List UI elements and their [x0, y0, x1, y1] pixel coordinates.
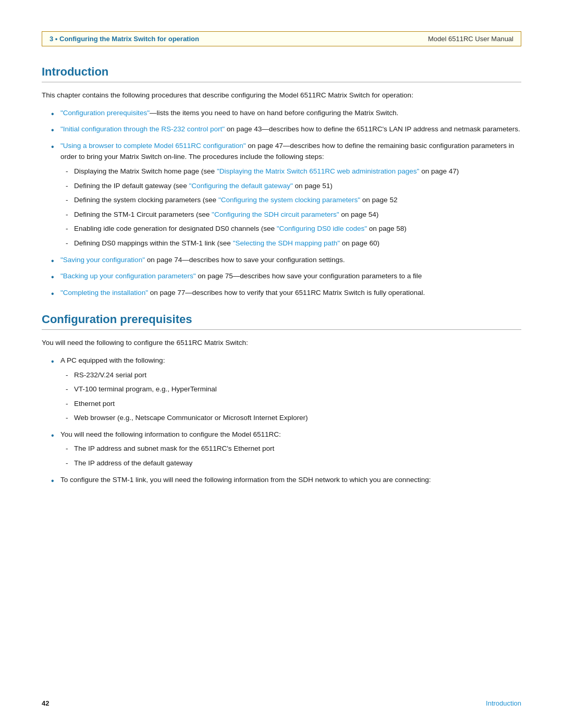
link[interactable]: "Initial configuration through the RS-23… [60, 125, 225, 133]
intro-opening: This chapter contains the following proc… [42, 90, 521, 101]
link[interactable]: "Configuring DS0 idle codes" [277, 225, 367, 232]
footer: 42 Introduction [42, 699, 521, 707]
static-text: on page 43—describes how to define the 6… [225, 125, 520, 133]
sub-list-item: Web browser (e.g., Netscape Communicator… [66, 412, 521, 424]
list-item: "Completing the installation" on page 77… [51, 287, 521, 299]
link[interactable]: "Backing up your configuration parameter… [60, 272, 195, 280]
static-text: Web browser (e.g., Netscape Communicator… [74, 414, 308, 422]
sub-list-item: The IP address and subnet mask for the 6… [66, 443, 521, 454]
list-item: "Initial configuration through the RS-23… [51, 124, 521, 135]
sub-list-item: Defining the STM-1 Circuit parameters (s… [66, 209, 521, 220]
sub-list: RS-232/V.24 serial port VT-100 terminal … [66, 369, 521, 424]
link[interactable]: "Saving your configuration" [60, 256, 145, 264]
static-text: —lists the items you need to have on han… [150, 109, 398, 117]
link[interactable]: "Configuring the system clocking paramet… [218, 196, 360, 204]
config-prereq-section: Configuration prerequisites You will nee… [42, 313, 521, 485]
static-text: on page 74—describes how to save your co… [145, 256, 345, 264]
list-item: A PC equipped with the following: RS-232… [51, 355, 521, 424]
static-text: Defining the STM-1 Circuit parameters (s… [74, 211, 212, 218]
header-manual: Model 6511RC User Manual [428, 35, 513, 43]
list-item: "Saving your configuration" on page 74—d… [51, 254, 521, 266]
sub-list-item: Defining the IP default gateway (see "Co… [66, 180, 521, 192]
static-text: on page 75—describes how save your confi… [195, 272, 422, 280]
sub-list: Displaying the Matrix Switch home page (… [66, 166, 521, 249]
intro-title: Introduction [42, 65, 521, 79]
static-text: Defining the IP default gateway (see [74, 182, 189, 190]
header-chapter: 3 • Configuring the Matrix Switch for op… [50, 35, 199, 43]
sub-list-item: Displaying the Matrix Switch home page (… [66, 166, 521, 177]
sub-list-item: Enabling idle code generation for design… [66, 223, 521, 235]
static-text: Defining the system clocking parameters … [74, 196, 218, 204]
config-prereq-bullet-list: A PC equipped with the following: RS-232… [51, 355, 521, 485]
link[interactable]: "Configuring the SDH circuit parameters" [212, 211, 339, 218]
link[interactable]: "Displaying the Matrix Switch 6511RC web… [217, 167, 420, 175]
static-text: Enabling idle code generation for design… [74, 225, 277, 232]
static-text: Ethernet port [74, 400, 115, 408]
sub-list-item: VT-100 terminal program, e.g., HyperTerm… [66, 384, 521, 395]
intro-bullet-list: "Configuration prerequisites"—lists the … [51, 107, 521, 299]
intro-section: Introduction This chapter contains the f… [42, 65, 521, 298]
sub-list-item: RS-232/V.24 serial port [66, 369, 521, 381]
config-prereq-title: Configuration prerequisites [42, 313, 521, 326]
sub-list-item: Defining the system clocking parameters … [66, 194, 521, 206]
static-text: Displaying the Matrix Switch home page (… [74, 167, 217, 175]
static-text: on page 58) [367, 225, 407, 232]
footer-section: Introduction [486, 699, 521, 707]
config-prereq-opening: You will need the following to configure… [42, 337, 521, 349]
static-text: You will need the following information … [60, 430, 281, 438]
static-text: on page 47) [419, 167, 459, 175]
link[interactable]: "Configuration prerequisites" [60, 109, 150, 117]
list-item: "Backing up your configuration parameter… [51, 270, 521, 282]
list-item: "Using a browser to complete Model 6511R… [51, 140, 521, 249]
static-text: The IP address of the default gateway [74, 459, 192, 467]
static-text: on page 77—describes how to verify that … [148, 289, 425, 297]
static-text: Defining DS0 mappings within the STM-1 l… [74, 239, 233, 247]
link[interactable]: "Selecting the SDH mapping path" [233, 239, 340, 247]
static-text: VT-100 terminal program, e.g., HyperTerm… [74, 385, 217, 393]
list-item: To configure the STM-1 link, you will ne… [51, 474, 521, 486]
intro-divider [42, 82, 521, 82]
static-text: on page 52 [360, 196, 397, 204]
static-text: on page 51) [293, 182, 333, 190]
static-text: RS-232/V.24 serial port [74, 371, 146, 379]
static-text: To configure the STM-1 link, you will ne… [60, 476, 431, 484]
sub-list-item: The IP address of the default gateway [66, 458, 521, 469]
sub-list-item: Ethernet port [66, 398, 521, 410]
header-bar: 3 • Configuring the Matrix Switch for op… [42, 31, 521, 46]
static-text: on page 60) [340, 239, 380, 247]
page: 3 • Configuring the Matrix Switch for op… [0, 0, 563, 728]
list-item: "Configuration prerequisites"—lists the … [51, 107, 521, 119]
static-text: on page 54) [339, 211, 379, 218]
config-prereq-divider [42, 329, 521, 330]
footer-page-number: 42 [42, 699, 49, 707]
static-text: The IP address and subnet mask for the 6… [74, 445, 274, 452]
static-text: A PC equipped with the following: [60, 356, 165, 364]
sub-list-item: Defining DS0 mappings within the STM-1 l… [66, 238, 521, 249]
list-item: You will need the following information … [51, 429, 521, 469]
link[interactable]: "Configuring the default gateway" [189, 182, 292, 190]
link[interactable]: "Using a browser to complete Model 6511R… [60, 142, 246, 150]
link[interactable]: "Completing the installation" [60, 289, 148, 297]
sub-list: The IP address and subnet mask for the 6… [66, 443, 521, 468]
